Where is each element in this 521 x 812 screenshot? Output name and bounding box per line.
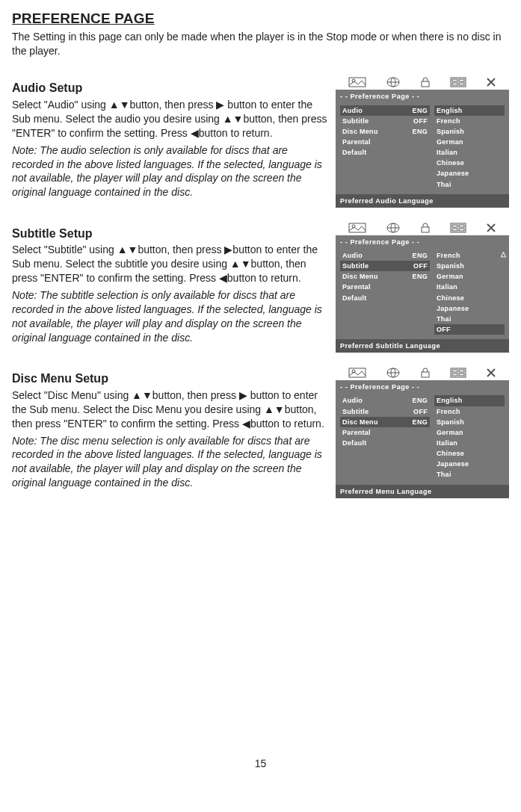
close-icon [486,223,496,233]
photo-icon [348,77,366,87]
osd-icon-row [336,220,509,235]
osd-footer: Preferred Menu Language [336,485,509,498]
svg-rect-31 [452,374,457,376]
osd-row-audio: AudioENG [340,250,430,261]
lang-option: English [434,395,505,406]
svg-rect-30 [459,370,464,372]
osd-row-default: Default [340,293,430,303]
osd-row-subtitle: SubtitleOFF [340,261,430,271]
osd-tab-title: - - Preference Page - - [336,90,509,103]
svg-rect-5 [422,81,429,87]
page-intro: The Setting in this page can only be mad… [12,30,509,58]
lang-option: Chinese [434,293,505,303]
lang-option: Japanese [434,303,505,314]
svg-rect-20 [452,229,457,231]
lock-icon [420,223,431,233]
lang-option: Spanish [434,261,505,271]
globe-icon [386,223,401,233]
osd-row-parental: Parental [340,427,430,438]
svg-rect-29 [452,370,457,372]
osd-footer: Preferred Subtitle Language [336,339,509,353]
close-icon [486,77,496,87]
lang-option: French [434,406,505,417]
svg-rect-21 [459,229,464,231]
subtitle-section: - - Preference Page - - AudioENG Subtitl… [12,217,509,357]
svg-rect-10 [459,83,464,85]
photo-icon [348,368,366,378]
globe-icon [386,368,401,378]
lang-option: Thai [434,179,505,190]
lock-icon [420,77,431,87]
lang-option: German [434,137,505,147]
lang-option: OFF [434,324,505,335]
osd-row-subtitle: SubtitleOFF [340,116,430,126]
svg-rect-7 [452,79,457,81]
osd-row-default: Default [340,438,430,448]
svg-rect-9 [452,83,457,85]
app-icon [450,77,466,87]
lang-option: Italian [434,282,505,292]
lang-option: German [434,271,505,282]
page-number: 15 [12,757,509,771]
lang-option: Italian [434,438,505,448]
svg-rect-18 [452,225,457,227]
discmenu-section: - - Preference Page - - AudioENG Subtitl… [12,362,509,502]
osd-row-discmenu: Disc MenuENG [340,417,430,427]
photo-icon [348,223,366,233]
page-title: PREFERENCE PAGE [12,9,509,28]
osd-tab-title: - - Preference Page - - [336,235,509,249]
app-icon [450,223,466,233]
lang-option: Thai [434,469,505,480]
svg-rect-8 [459,79,464,81]
osd-row-subtitle: SubtitleOFF [340,406,430,417]
osd-discmenu: - - Preference Page - - AudioENG Subtitl… [336,365,509,498]
lang-option: Japanese [434,168,505,179]
lang-option: Chinese [434,158,505,168]
lang-option: Spanish [434,126,505,137]
svg-rect-19 [459,225,464,227]
lang-option: French [434,116,505,126]
svg-rect-16 [422,227,429,232]
osd-icon-row [336,74,509,90]
lock-icon [420,368,431,378]
osd-tab-title: - - Preference Page - - [336,380,509,394]
lang-option: French [434,250,505,261]
osd-row-default: Default [340,147,430,158]
osd-audio: - - Preference Page - - AudioENG Subtitl… [336,74,509,207]
osd-row-parental: Parental [340,282,430,292]
lang-option: German [434,427,505,438]
osd-row-discmenu: Disc MenuENG [340,271,430,282]
lang-option: Thai [434,314,505,324]
lang-option: Chinese [434,448,505,459]
osd-subtitle: - - Preference Page - - AudioENG Subtitl… [336,220,509,353]
close-icon [486,368,496,378]
app-icon [450,368,466,378]
osd-row-audio: AudioENG [340,105,430,116]
svg-rect-32 [459,374,464,376]
lang-option: English [434,105,505,116]
audio-section: - - Preference Page - - AudioENG Subtitl… [12,71,509,211]
osd-icon-row [336,365,509,380]
lang-option: Spanish [434,417,505,427]
osd-row-audio: AudioENG [340,395,430,406]
svg-rect-27 [422,372,429,377]
lang-option: Italian [434,147,505,158]
scroll-up-icon: △ [501,250,506,258]
globe-icon [386,77,401,87]
osd-footer: Preferred Audio Language [336,194,509,208]
osd-row-parental: Parental [340,137,430,147]
lang-option: Japanese [434,459,505,469]
osd-row-discmenu: Disc MenuENG [340,126,430,137]
